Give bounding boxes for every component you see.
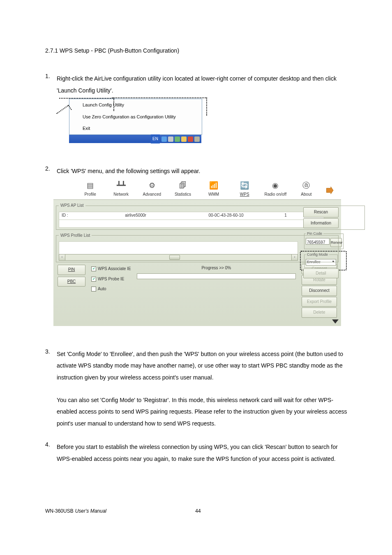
wps-icon: 🔄 [239,181,250,190]
disconnect-button[interactable]: Disconnect [302,286,337,296]
step-text: Right-click the AirLive configuration ut… [57,73,351,96]
screenshot-wps-window: ▤ Profile ┻┻ Network ⚙ Advanced [53,180,341,326]
ap-ssid: airlive5000r [95,211,177,220]
detail-button: Detail [303,268,339,279]
wps-profile-list-legend: WPS Profile List [59,231,92,240]
statistics-icon: 🗐 [178,181,188,190]
profile-icon: ▤ [85,181,96,190]
advanced-icon: ⚙ [147,181,157,190]
rescan-button[interactable]: Rescan [303,207,339,217]
ap-mac: 00-0C-43-28-60-10 [193,211,259,220]
delete-button: Delete [302,308,337,318]
about-icon: ⓐ [301,181,311,190]
screenshot-context-menu: Launch Config Utility Use Zero Configura… [57,99,211,143]
step-number: 3. [45,348,57,430]
expand-icon[interactable] [332,319,339,324]
tab-advanced[interactable]: ⚙ Advanced [140,181,164,200]
menu-item-launch[interactable]: Launch Config Utility [69,99,202,111]
footer-manual: User's Manual [75,508,106,514]
wps-probe-ie-checkbox[interactable]: ✔WPS Probe IE [91,275,131,284]
tab-statistics[interactable]: 🗐 Statistics [171,181,195,200]
progress-label: Progress >> 0% [137,264,296,273]
scroll-right-button[interactable]: › [291,254,298,261]
step-number: 4. [45,441,57,465]
pin-button[interactable]: PIN [58,265,85,275]
menu-item-exit[interactable]: Exit [69,123,202,134]
step-text: Set 'Config Mode' to 'Enrollee', and the… [57,348,351,384]
language-indicator[interactable]: EN [151,134,160,144]
step-text: Click 'WPS' menu, and the following sett… [57,165,351,177]
ap-channel: 1 [275,211,296,220]
information-button[interactable]: Information [303,218,339,229]
progress-bar [137,273,296,279]
network-icon: ┻┻ [116,181,127,190]
tab-about[interactable]: ⓐ About [294,181,318,200]
wps-associate-ie-checkbox[interactable]: ✔WPS Associate IE [91,265,131,273]
tab-radio[interactable]: ◉ Radio on/off [263,181,288,200]
step-number: 1. [45,73,57,154]
menu-item-usezero[interactable]: Use Zero Configuration as Configuration … [69,111,202,123]
step-text: You can also set 'Config Mode' to 'Regis… [57,394,351,430]
tab-profile[interactable]: ▤ Profile [78,181,102,200]
tray-icon[interactable] [194,136,200,142]
tray-icon[interactable] [161,136,167,142]
radio-icon: ◉ [270,181,281,190]
tab-network[interactable]: ┻┻ Network [109,181,133,200]
footer-model: WN-360USB [45,508,74,514]
tab-wps[interactable]: 🔄 WPS [233,181,257,200]
wps-profile-list-group: WPS Profile List ‹ › [56,231,339,263]
profile-scrollbar[interactable]: ‹ › [59,254,298,260]
tab-wmm[interactable]: 📶 WMM [202,181,226,200]
footer-page-number: 44 [195,508,201,514]
section-heading: 2.7.1 WPS Setup - PBC (Push-Button Confi… [45,47,351,54]
scroll-left-button[interactable]: ‹ [59,254,65,261]
tray-context-menu: Launch Config Utility Use Zero Configura… [69,99,202,135]
system-tray [160,136,201,142]
tray-icon[interactable] [175,136,180,142]
auto-checkbox[interactable]: Auto [91,285,131,294]
next-arrow-icon[interactable] [325,186,334,195]
ap-id-label: ID : [62,211,78,220]
tab-bar: ▤ Profile ┻┻ Network ⚙ Advanced [53,180,341,200]
export-profile-button: Export Profile [302,297,337,307]
wps-ap-list-legend: WPS AP List [59,201,85,210]
wmm-icon: 📶 [208,181,219,190]
ap-list-row[interactable]: ID : airlive5000r 00-0C-43-28-60-10 1 📶 [59,212,324,220]
taskbar: EN [69,135,201,143]
step-text: Before you start to establish the wirele… [57,441,351,465]
tray-icon[interactable] [181,136,187,142]
tray-icon[interactable] [168,136,173,142]
tray-icon[interactable] [188,136,193,142]
pbc-button[interactable]: PBC [58,277,85,287]
